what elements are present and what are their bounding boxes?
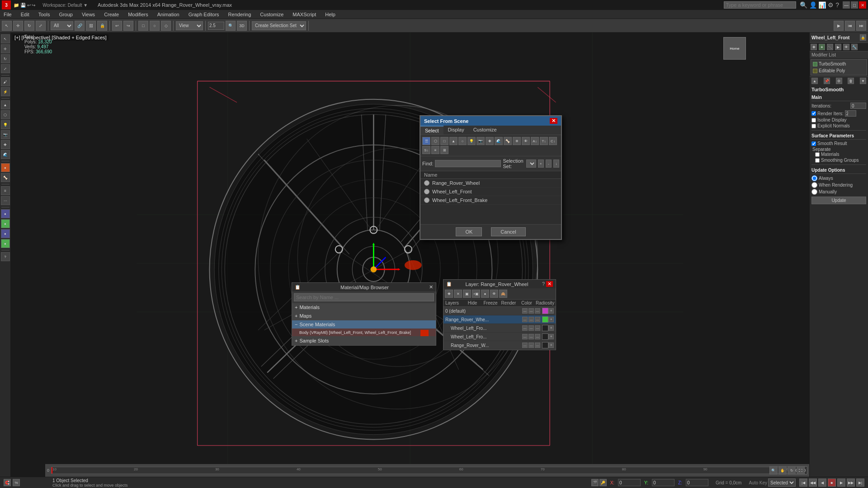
lt-rotate[interactable]: ↻	[1, 54, 10, 63]
tab-customize[interactable]: Customize	[469, 126, 501, 135]
x-coord-input[interactable]	[618, 479, 641, 486]
panel-tab-display[interactable]: 👁	[842, 43, 850, 51]
toolbar-anim-play[interactable]: ▶	[834, 21, 844, 31]
lt-green1[interactable]: ●	[1, 219, 10, 228]
status-snap-toggle[interactable]: 🧲	[4, 479, 11, 486]
toolbar-create-sel[interactable]: □	[138, 21, 148, 31]
layer-ren[interactable]: —	[535, 325, 540, 331]
mod-nav-pin[interactable]: 📌	[824, 78, 830, 84]
lt-green2[interactable]: ●	[1, 239, 10, 248]
menu-rendering[interactable]: Rendering	[226, 11, 253, 18]
prev-frame[interactable]: |◀	[799, 479, 807, 487]
toolbar-move[interactable]: ✛	[13, 21, 23, 31]
layer-frz[interactable]: —	[528, 325, 534, 331]
layer-vis[interactable]: —	[522, 325, 528, 331]
select-invert-btn[interactable]: ⬡	[431, 137, 439, 145]
layer-rad[interactable]: ☀	[548, 317, 554, 322]
explicit-normals-checkbox[interactable]	[811, 124, 816, 128]
close-button[interactable]: ✕	[859, 1, 866, 9]
vp-zoom[interactable]: 🔍	[769, 466, 778, 474]
toolbar-bind[interactable]: 🔒	[97, 21, 107, 31]
ok-button[interactable]: OK	[456, 227, 482, 236]
sample-slots-section-header[interactable]: + Sample Slots	[292, 337, 436, 345]
menu-maxscript[interactable]: MAXScript	[291, 11, 318, 18]
layer-rad[interactable]: ☀	[548, 308, 554, 314]
select-spacewarps-btn[interactable]: 🌊	[495, 137, 503, 145]
select-sort-type[interactable]: T↓	[540, 137, 548, 145]
layer-panel-titlebar[interactable]: 📋 Layer: Range_Rover_Wheel ? ✕	[443, 280, 556, 288]
mod-nav-down[interactable]: ▼	[860, 78, 866, 84]
anim-keying-icon[interactable]: 🎬	[591, 479, 599, 486]
menu-edit[interactable]: Edit	[19, 11, 31, 18]
layer-delete[interactable]: ✕	[454, 290, 462, 298]
panel-tab-modify[interactable]: ≡	[818, 43, 826, 51]
toolbar-fence-sel[interactable]: ◇	[161, 21, 171, 31]
minimize-button[interactable]: —	[843, 1, 850, 9]
layer-hide-all[interactable]: 🙈	[499, 290, 507, 298]
material-browser-close[interactable]: ✕	[429, 284, 433, 290]
vp-max[interactable]: ⛶	[797, 466, 805, 474]
toolbar-anim-fwd[interactable]: ⏭	[856, 21, 866, 31]
list-item-range-rover-wheel[interactable]: Range_Rover_Wheel	[420, 179, 561, 188]
isoline-checkbox[interactable]	[811, 118, 816, 122]
mod-nav-up[interactable]: ▲	[811, 78, 818, 84]
toolbar-rotate[interactable]: ↻	[24, 21, 34, 31]
toolbar-redo[interactable]: ↪	[123, 21, 133, 31]
select-lights-btn[interactable]: 💡	[467, 137, 476, 145]
selection-set-dropdown[interactable]	[526, 160, 536, 168]
vp-orbit[interactable]: ↻	[788, 466, 796, 474]
toolbar-link[interactable]: 🔗	[75, 21, 85, 31]
lt-move[interactable]: ✛	[1, 44, 10, 53]
iterations-input[interactable]	[850, 103, 866, 109]
layer-vis[interactable]: —	[522, 308, 528, 314]
layer-row-wheel-front-2[interactable]: Wheel_Left_Fro... — — — ☀	[443, 333, 556, 341]
layer-color[interactable]	[542, 342, 548, 348]
select-geo-btn[interactable]: ▲	[449, 137, 458, 145]
menu-group[interactable]: Group	[57, 11, 75, 18]
toolbar-3d[interactable]: 3D	[237, 21, 247, 31]
mod-nav-config[interactable]: ⚙	[836, 78, 842, 84]
prev-key[interactable]: ◀◀	[809, 479, 817, 487]
layer-frz[interactable]: —	[528, 317, 534, 322]
tab-select[interactable]: Select	[420, 126, 443, 135]
panel-tab-hierarchy[interactable]: ⋱	[826, 43, 834, 51]
panel-lock[interactable]: 🔒	[860, 34, 866, 41]
toolbar-scale[interactable]: ⤢	[36, 21, 46, 31]
maximize-button[interactable]: □	[851, 1, 858, 9]
lt-connect[interactable]: ⚡	[1, 87, 10, 96]
layer-frz[interactable]: —	[528, 343, 534, 348]
layer-ren[interactable]: —	[535, 317, 540, 322]
menu-modifiers[interactable]: Modifiers	[126, 11, 150, 18]
status-percent[interactable]: %	[13, 479, 20, 486]
dialog-close-button[interactable]: ✕	[550, 118, 557, 124]
layer-rad[interactable]: ☀	[548, 343, 554, 348]
timeline-track[interactable]: 10 20 30 40 50 60 70 80 90 100	[51, 467, 792, 474]
panel-tab-utilities[interactable]: 🔧	[850, 43, 859, 51]
layer-rad[interactable]: ☀	[548, 325, 554, 331]
menu-help[interactable]: Help	[323, 11, 337, 18]
next-frame[interactable]: ▶|	[856, 479, 864, 487]
lt-more[interactable]: ⋯	[1, 196, 10, 205]
update-rendering-radio[interactable]	[811, 182, 817, 188]
layer-ren[interactable]: —	[535, 343, 540, 348]
menu-tools[interactable]: Tools	[37, 11, 52, 18]
render-iters-checkbox[interactable]	[811, 111, 816, 116]
layer-vis[interactable]: —	[522, 317, 528, 322]
render-iters-input[interactable]	[845, 110, 856, 117]
mod-nav-remove[interactable]: 🗑	[848, 78, 854, 84]
layer-sel-objs[interactable]: ▣	[463, 290, 471, 298]
layer-frz[interactable]: —	[528, 334, 534, 339]
layer-ren[interactable]: —	[535, 308, 540, 314]
lt-blue2[interactable]: ●	[1, 229, 10, 238]
panel-tab-motion[interactable]: ▶	[834, 43, 842, 51]
layer-close-button[interactable]: ✕	[546, 281, 553, 287]
y-coord-input[interactable]	[652, 479, 675, 486]
select-none-btn[interactable]: □	[440, 137, 448, 145]
timeline[interactable]: 0 10 20 30 40 50 60 70 80 90 100 0/100	[45, 464, 809, 477]
smoothing-groups-checkbox[interactable]	[815, 158, 820, 163]
viewport-home-button[interactable]: Home	[723, 37, 746, 60]
layer-color[interactable]	[542, 308, 548, 314]
lt-cameras[interactable]: 📷	[1, 130, 10, 139]
layer-ren[interactable]: —	[535, 334, 540, 339]
layer-vis[interactable]: —	[522, 343, 528, 348]
